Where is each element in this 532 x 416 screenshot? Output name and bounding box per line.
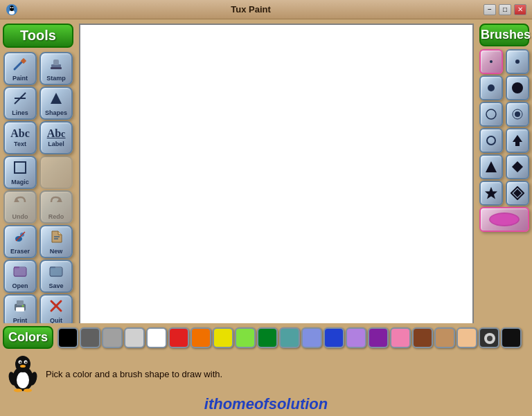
brush-star[interactable] xyxy=(479,181,503,206)
color-special2[interactable] xyxy=(501,327,522,348)
tool-row-8: Print Quit xyxy=(3,294,73,327)
stamp-label: Stamp xyxy=(46,75,66,82)
svg-point-53 xyxy=(15,356,30,372)
colors-row: Colors xyxy=(3,326,529,349)
save-icon xyxy=(48,264,64,281)
color-tan[interactable] xyxy=(434,327,455,348)
brush-selected[interactable] xyxy=(479,207,529,232)
paint-label: Paint xyxy=(12,75,28,82)
color-red[interactable] xyxy=(168,327,189,348)
label-icon: Abc xyxy=(47,128,66,139)
canvas-area[interactable] xyxy=(79,24,474,329)
brush-small-diamond[interactable] xyxy=(506,154,529,179)
status-text: Pick a color and a brush shape to draw w… xyxy=(46,369,222,379)
brush-circle-outline[interactable] xyxy=(479,128,503,153)
shapes-button[interactable]: Shapes xyxy=(39,87,73,120)
undo-label: Undo xyxy=(12,213,28,220)
svg-rect-28 xyxy=(17,300,24,305)
paint-button[interactable]: Paint xyxy=(3,52,37,85)
svg-point-52 xyxy=(17,372,29,388)
new-icon xyxy=(48,229,64,246)
color-light-purple[interactable] xyxy=(346,327,366,348)
tool-row-5: Undo Redo xyxy=(3,190,73,224)
text-label: Text xyxy=(14,141,26,147)
color-white[interactable] xyxy=(146,327,167,348)
label-button[interactable]: Abc Label xyxy=(39,121,73,154)
save-button[interactable]: Save xyxy=(39,260,73,293)
brush-small-dot[interactable] xyxy=(506,49,529,74)
brush-large-diamond[interactable] xyxy=(506,181,529,206)
bottom-area: Colors xyxy=(0,323,532,416)
brush-xxlarge[interactable] xyxy=(506,102,529,127)
brush-med-dot[interactable] xyxy=(479,75,503,100)
color-special1[interactable] xyxy=(479,327,499,348)
text-icon: Abc xyxy=(10,128,30,139)
app-icon xyxy=(6,3,18,16)
svg-point-50 xyxy=(487,336,493,341)
brush-row-3 xyxy=(479,102,529,127)
color-brown[interactable] xyxy=(412,327,433,348)
print-button[interactable]: Print xyxy=(3,294,37,327)
lines-button[interactable]: Lines xyxy=(3,87,37,120)
brush-tiny-dot[interactable] xyxy=(479,49,503,74)
redo-label: Redo xyxy=(48,213,64,220)
svg-rect-29 xyxy=(16,307,24,311)
color-light-green[interactable] xyxy=(235,327,256,348)
svg-point-48 xyxy=(490,214,518,225)
svg-point-56 xyxy=(19,361,21,363)
window-controls: − □ ✕ xyxy=(484,4,526,15)
tool-row-4: Magic xyxy=(3,156,73,189)
color-purple[interactable] xyxy=(368,327,389,348)
status-row: Pick a color and a brush shape to draw w… xyxy=(3,352,529,394)
open-button[interactable]: Open xyxy=(3,260,37,293)
color-dark-gray[interactable] xyxy=(80,327,100,348)
color-orange[interactable] xyxy=(190,327,211,348)
brush-row-6 xyxy=(479,181,529,206)
color-dark-green[interactable] xyxy=(257,327,278,348)
color-pink[interactable] xyxy=(390,327,411,348)
magic-label: Magic xyxy=(11,179,29,186)
left-toolbar: Tools Paint xyxy=(0,19,76,333)
eraser-label: Eraser xyxy=(10,248,30,255)
color-gray[interactable] xyxy=(102,327,123,348)
close-button[interactable]: ✕ xyxy=(514,4,526,15)
color-black[interactable] xyxy=(57,327,78,348)
color-light-gray[interactable] xyxy=(124,327,145,348)
magic-button[interactable]: Magic xyxy=(3,156,37,189)
maximize-button[interactable]: □ xyxy=(499,4,511,15)
svg-point-30 xyxy=(22,305,24,307)
color-yellow[interactable] xyxy=(213,327,233,348)
brush-row-4 xyxy=(479,128,529,153)
open-icon xyxy=(12,264,28,281)
quit-icon xyxy=(48,298,64,316)
brush-row-1 xyxy=(479,49,529,74)
svg-rect-9 xyxy=(51,67,62,69)
color-skin[interactable] xyxy=(456,327,477,348)
placeholder-btn xyxy=(39,156,73,189)
brush-up-arrow[interactable] xyxy=(506,128,529,153)
brush-xlarge[interactable] xyxy=(479,102,503,127)
color-blue[interactable] xyxy=(323,327,344,348)
undo-button[interactable]: Undo xyxy=(3,190,37,224)
svg-point-2 xyxy=(10,6,14,11)
stamp-button[interactable]: Stamp xyxy=(39,52,73,85)
eraser-button[interactable]: Eraser xyxy=(3,225,37,258)
brush-large-dot[interactable] xyxy=(506,75,529,100)
color-teal[interactable] xyxy=(279,327,300,348)
text-button[interactable]: Abc Text xyxy=(3,121,37,154)
redo-button[interactable]: Redo xyxy=(39,190,73,224)
minimize-button[interactable]: − xyxy=(484,4,496,15)
eraser-icon xyxy=(12,229,28,246)
svg-rect-8 xyxy=(53,60,59,65)
quit-button[interactable]: Quit xyxy=(39,294,73,327)
title-bar: Tux Paint − □ ✕ xyxy=(0,0,532,19)
brush-triangle[interactable] xyxy=(479,154,503,179)
color-light-blue[interactable] xyxy=(301,327,322,348)
brush-row-7 xyxy=(479,207,529,232)
new-button[interactable]: New xyxy=(39,225,73,258)
svg-point-57 xyxy=(25,361,26,363)
shapes-icon xyxy=(48,91,64,108)
redo-icon xyxy=(48,195,64,212)
colors-label: Colors xyxy=(3,326,53,349)
right-panel: Brushes xyxy=(477,19,532,333)
